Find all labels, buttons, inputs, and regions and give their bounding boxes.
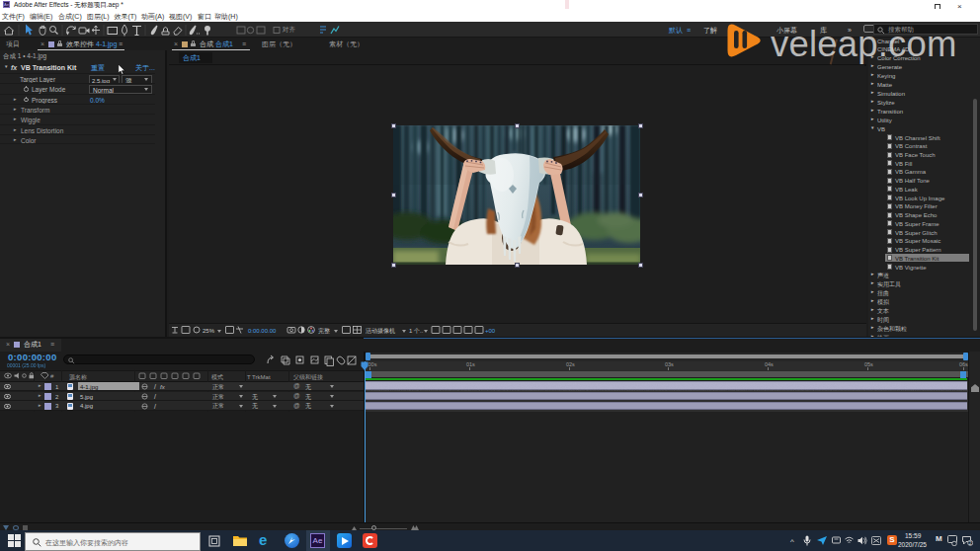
svg-text:#: # — [50, 373, 54, 379]
